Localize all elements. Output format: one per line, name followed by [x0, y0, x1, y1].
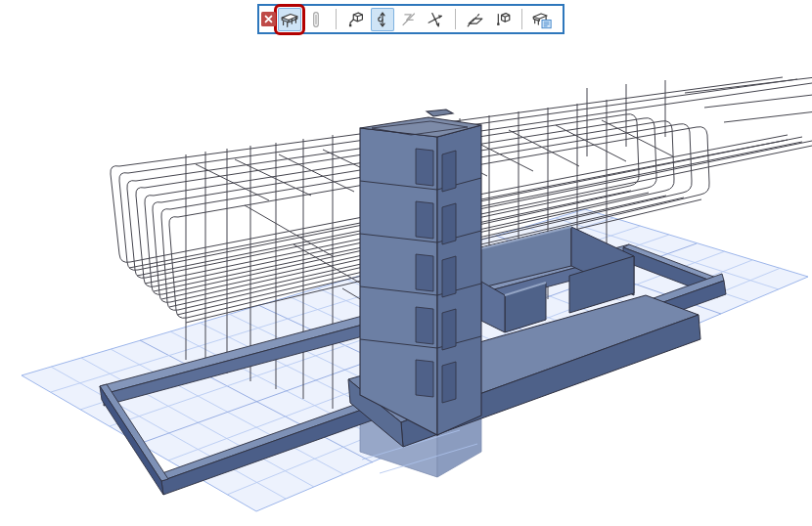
divider	[455, 9, 456, 29]
divider	[336, 9, 337, 29]
stretch-zigzag-icon	[398, 9, 420, 30]
mirror-element-button[interactable]	[464, 8, 487, 31]
element-settings-button[interactable]	[530, 8, 554, 31]
rotate-axes-icon	[425, 9, 446, 30]
slanted-parallelogram-icon	[465, 9, 486, 30]
close-icon[interactable]	[261, 12, 276, 26]
capsule-icon	[305, 9, 327, 30]
3d-viewport[interactable]	[0, 0, 812, 526]
core-tower	[360, 110, 481, 435]
offset-cube-icon	[491, 9, 513, 30]
workbench-slab-icon	[279, 9, 300, 30]
edit-elements-button[interactable]	[278, 8, 301, 31]
divider	[521, 9, 522, 29]
stretch-element-button[interactable]	[397, 8, 421, 31]
column-capsule-button[interactable]	[304, 8, 328, 31]
elevate-element-button[interactable]	[371, 8, 394, 31]
workbench-with-list-badge-icon	[531, 9, 553, 30]
offset-element-button[interactable]	[490, 8, 514, 31]
drag-cube-icon	[345, 9, 367, 30]
floating-edit-palette	[257, 4, 564, 34]
rotate-element-button[interactable]	[424, 8, 447, 31]
application-window	[0, 0, 812, 526]
drag-element-button[interactable]	[344, 8, 368, 31]
palette-buttons	[278, 8, 554, 31]
vertical-move-arrow-icon	[372, 9, 393, 30]
